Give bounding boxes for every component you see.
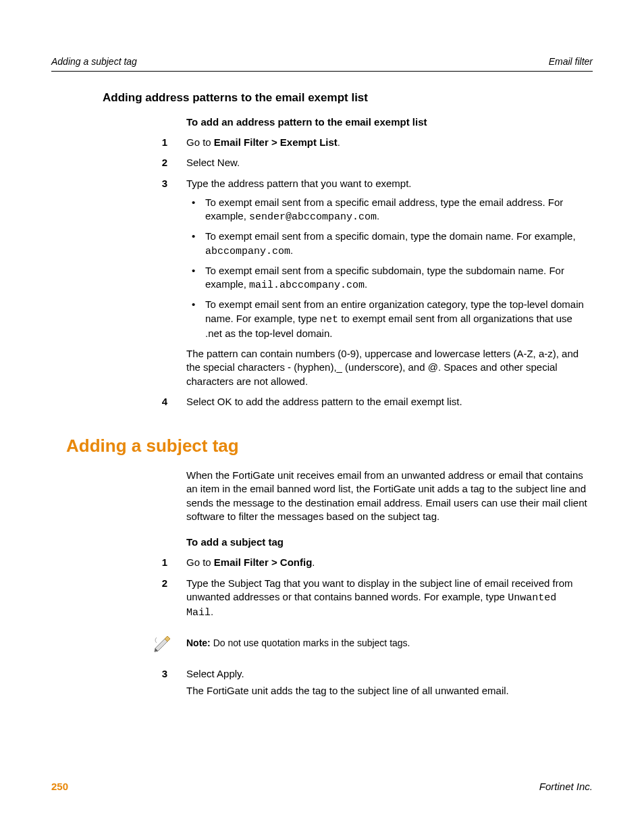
footer-company: Fortinet Inc. (539, 780, 593, 793)
step-number: 1 (51, 136, 186, 149)
page-footer: 250 Fortinet Inc. (51, 780, 593, 793)
header-rule (51, 71, 593, 72)
step-1-4: 4 Select OK to add the address pattern t… (51, 395, 593, 409)
step-1-3: 3 Type the address pattern that you want… (51, 177, 593, 388)
header-left: Adding a subject tag (51, 55, 137, 68)
text: Select Apply. (186, 667, 587, 681)
note-label: Note: (186, 637, 211, 648)
step-1-1: 1 Go to Email Filter > Exempt List. (51, 136, 593, 149)
step-body: Type the Subject Tag that you want to di… (186, 577, 593, 621)
bullet-dot: • (186, 196, 205, 225)
code-text: net (320, 314, 338, 325)
text: . (312, 556, 315, 568)
step-body: Select OK to add the address pattern to … (186, 395, 593, 409)
text: To exempt email sent from a specific dom… (205, 230, 576, 242)
step-number: 2 (51, 577, 186, 621)
bullet-body: To exempt email sent from a specific ema… (205, 196, 587, 225)
step-2-3: 3 Select Apply. The FortiGate unit adds … (51, 667, 593, 698)
text: . (365, 278, 367, 290)
header-right: Email filter (549, 55, 593, 68)
bullet-item: • To exempt email sent from a specific d… (186, 230, 587, 259)
note-body: Note: Do not use quotation marks in the … (186, 637, 593, 650)
code-text: mail.abccompany.com (249, 280, 365, 291)
step-1-2: 2 Select New. (51, 156, 593, 170)
procedure-title-1: To add an address pattern to the email e… (186, 115, 593, 129)
page-number: 250 (51, 780, 68, 793)
section-heading-address-patterns: Adding address patterns to the email exe… (103, 90, 593, 106)
bullet-body: To exempt email sent from a specific dom… (205, 230, 587, 259)
section-heading-subject-tag: Adding a subject tag (66, 434, 593, 458)
intro-paragraph: When the FortiGate unit receives email f… (186, 469, 593, 523)
step-body: Go to Email Filter > Config. (186, 556, 593, 569)
step-number: 1 (51, 556, 186, 569)
text: The pattern can contain numbers (0-9), u… (186, 347, 587, 388)
bullet-item: • To exempt email sent from an entire or… (186, 298, 587, 340)
step-2-1: 1 Go to Email Filter > Config. (51, 556, 593, 569)
page-header: Adding a subject tag Email filter (51, 55, 593, 68)
step-body: Go to Email Filter > Exempt List. (186, 136, 593, 149)
bullet-dot: • (186, 264, 205, 293)
step-number: 4 (51, 395, 186, 409)
text: Go to (186, 556, 214, 568)
menu-path: Email Filter > Config (214, 556, 312, 568)
text: Go to (186, 136, 214, 148)
step-body: Select Apply. The FortiGate unit adds th… (186, 667, 593, 698)
bullet-item: • To exempt email sent from a specific e… (186, 196, 587, 225)
bullet-item: • To exempt email sent from a specific s… (186, 264, 587, 293)
bullet-dot: • (186, 298, 205, 340)
note-icon-cell (51, 631, 186, 655)
code-text: sender@abccompany.com (249, 211, 377, 223)
step-body: Type the address pattern that you want t… (186, 177, 593, 388)
text: . (211, 606, 213, 617)
step-number: 2 (51, 156, 186, 170)
text: . (290, 244, 293, 256)
menu-path: Email Filter > Exempt List (214, 136, 338, 148)
bullet-body: To exempt email sent from a specific sub… (205, 264, 587, 293)
bullet-dot: • (186, 230, 205, 259)
text: Type the address pattern that you want t… (186, 177, 587, 190)
text: The FortiGate unit adds the tag to the s… (186, 684, 587, 698)
step-2-2: 2 Type the Subject Tag that you want to … (51, 577, 593, 621)
note-icon (151, 631, 176, 655)
bullet-body: To exempt email sent from an entire orga… (205, 298, 587, 340)
text: . (338, 136, 340, 148)
text: . (377, 210, 379, 221)
note-row: Note: Do not use quotation marks in the … (51, 631, 593, 655)
note-text: Do not use quotation marks in the subjec… (211, 637, 410, 648)
step-number: 3 (51, 667, 186, 698)
procedure-title-2: To add a subject tag (186, 536, 593, 549)
code-text: abccompany.com (205, 246, 290, 257)
step-body: Select New. (186, 156, 593, 170)
step-number: 3 (51, 177, 186, 388)
